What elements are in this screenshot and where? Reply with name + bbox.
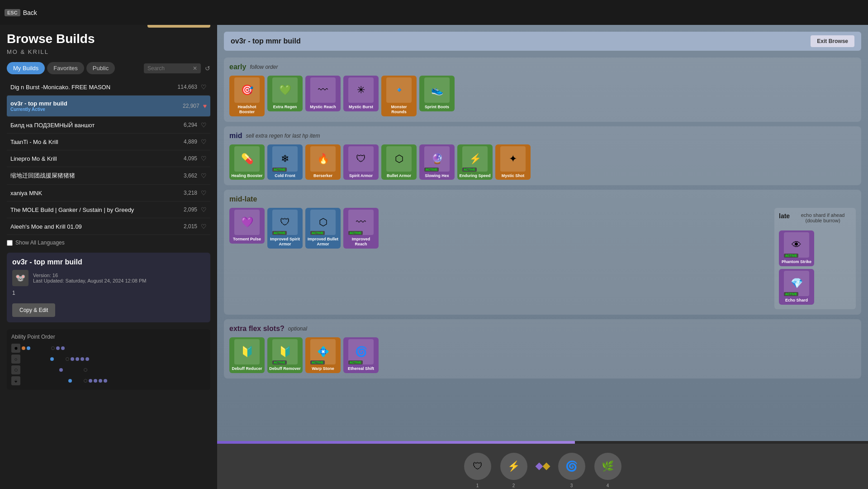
list-item[interactable]: 缩地迁回团战援屎猪猪猪 3,662 ♡: [7, 167, 210, 185]
build-filter-tabs: My Builds Favorites Public ✕ ↺: [7, 62, 210, 74]
ability-row-1: ⬟: [11, 344, 206, 353]
item-slowing-hex[interactable]: 🔮 ACTIVE Slowing Hex: [419, 144, 455, 180]
list-item[interactable]: xaniya MNK 3,218 ♡: [7, 185, 210, 201]
create-new-build-button[interactable]: Create New Build: [147, 25, 210, 28]
item-debuff-remover[interactable]: 🔰 ACTIVE Debuff Remover: [267, 337, 303, 373]
build-name: Aleeh's Moe and Krill 01.09: [10, 223, 184, 230]
item-debuff-reducer[interactable]: 🔰 Debuff Reducer: [229, 337, 265, 373]
build-count: 3,218: [184, 190, 197, 196]
item-berserker[interactable]: 🔥 Berserker: [305, 144, 341, 180]
item-echo-shard[interactable]: 💎 ACTIVE Echo Shard: [779, 269, 814, 305]
heart-icon[interactable]: ♡: [201, 155, 207, 162]
ability-order-title: Ability Point Order: [11, 334, 206, 340]
mid-phase-label: mid: [229, 132, 242, 140]
dot: [85, 357, 89, 361]
tab-favorites[interactable]: Favorites: [47, 62, 84, 74]
ability-row-4: ⬙: [11, 376, 206, 385]
search-clear-icon[interactable]: ✕: [193, 65, 197, 72]
item-headshot-booster[interactable]: 🎯 Headshot Booster: [229, 76, 265, 116]
ability-order-rows: ⬟ ◇ ⬡: [11, 344, 206, 385]
item-sprint-boots[interactable]: 👟 Sprint Boots: [419, 76, 455, 111]
item-ethereal-shift[interactable]: 🌀 ACTIVE Ethereal Shift: [343, 337, 379, 373]
item-bullet-armor[interactable]: ⬡ Bullet Armor: [381, 144, 417, 180]
ability-slot-4[interactable]: 🌿 4: [594, 453, 621, 480]
build-count: 22,907: [183, 103, 199, 109]
heart-icon[interactable]: ♡: [201, 189, 207, 197]
build-detail-card: ov3r - top mmr build 🐭 Version: 16 Last …: [7, 253, 210, 322]
list-item[interactable]: Билд на ПОДЗЕМНЫЙ ваншот 6,294 ♡: [7, 117, 210, 134]
item-improved-reach[interactable]: 〰 ACTIVE Improved Reach: [343, 208, 379, 249]
item-torment-pulse[interactable]: 💜 Torment Pulse: [229, 208, 265, 244]
left-panel: Create New Build Browse Builds MO & KRIL…: [0, 25, 217, 489]
build-detail-meta: 🐭 Version: 16 Last Updated: Saturday, Au…: [12, 270, 205, 286]
item-healing-booster[interactable]: 💊 Healing Booster: [229, 144, 265, 180]
back-button[interactable]: Back: [23, 9, 37, 16]
item-improved-bullet-armor[interactable]: ⬡ ACTIVE Improved Bullet Armor: [305, 208, 341, 249]
dot: [94, 379, 97, 383]
extra-flex-phase-label: extra flex slots?: [229, 325, 285, 333]
item-name: Torment Pulse: [233, 237, 261, 242]
item-icon: 🔮 ACTIVE: [424, 146, 450, 172]
ability-slot-2[interactable]: ⚡ 2: [500, 453, 527, 480]
item-name: Phantom Strike: [782, 259, 811, 264]
show-all-languages-checkbox[interactable]: [7, 240, 13, 246]
dot: [76, 357, 79, 361]
heart-icon[interactable]: ♡: [201, 138, 207, 145]
exit-browse-button[interactable]: Exit Browse: [811, 35, 854, 47]
heart-icon[interactable]: ♥: [203, 102, 207, 110]
build-name: Dig n Burst -Monicako. FREE MASON: [10, 84, 178, 91]
refresh-icon[interactable]: ↺: [205, 65, 210, 72]
item-icon: ⬡: [386, 146, 412, 172]
mid-section-header: mid sell extra regen for last hp item: [229, 132, 856, 140]
build-search-input[interactable]: [147, 65, 193, 72]
mid-late-items-row: 💜 Torment Pulse 🛡 ACTIVE Improved Spirit…: [229, 208, 770, 249]
item-name: Ethereal Shift: [348, 366, 374, 371]
item-enduring-speed[interactable]: ⚡ ACTIVE Enduring Speed: [457, 144, 493, 180]
list-item[interactable]: Linepro Mo & Krill 4,095 ♡: [7, 150, 210, 167]
tab-my-builds[interactable]: My Builds: [7, 62, 45, 74]
dot: [68, 379, 72, 383]
item-phantom-strike[interactable]: 👁 ACTIVE Phantom Strike: [779, 230, 814, 266]
item-mystic-shot[interactable]: ✦ Mystic Shot: [495, 144, 531, 180]
item-improved-spirit-armor[interactable]: 🛡 ACTIVE Improved Spirit Armor: [267, 208, 303, 249]
extra-flex-section-header: extra flex slots? optional: [229, 325, 856, 333]
item-icon: 〰: [310, 77, 336, 103]
ability-slot-1[interactable]: 🛡 1: [464, 453, 491, 480]
item-monster-rounds[interactable]: 🔹 Monster Rounds: [381, 76, 417, 116]
item-icon: 〰 ACTIVE: [348, 210, 374, 235]
heart-icon[interactable]: ♡: [201, 223, 207, 230]
item-icon: 🔹: [386, 77, 412, 103]
ability-2-icon: ⚡: [508, 460, 520, 472]
dot: [66, 357, 69, 361]
list-item[interactable]: Dig n Burst -Monicako. FREE MASON 114,66…: [7, 79, 210, 96]
list-item[interactable]: The MOLE Build | Ganker / Sustain | by G…: [7, 201, 210, 218]
item-icon: 🔰 ACTIVE: [272, 339, 298, 364]
ability-slot-3[interactable]: 🌀 3: [558, 453, 585, 480]
esc-badge[interactable]: ESC: [5, 9, 20, 16]
build-list: Dig n Burst -Monicako. FREE MASON 114,66…: [7, 79, 210, 235]
item-mystic-reach[interactable]: 〰 Mystic Reach: [305, 76, 341, 111]
list-item[interactable]: TaanTi - Mo & Krill 4,889 ♡: [7, 134, 210, 150]
extra-flex-note: optional: [288, 326, 307, 332]
item-name: Improved Reach: [345, 237, 377, 247]
item-spirit-armor[interactable]: 🛡 Spirit Armor: [343, 144, 379, 180]
heart-icon[interactable]: ♡: [201, 121, 207, 129]
build-count: 4,889: [184, 139, 197, 145]
item-name: Warp Stone: [312, 366, 334, 371]
heart-icon[interactable]: ♡: [201, 83, 207, 91]
ability-row-2: ◇: [11, 355, 206, 364]
item-cold-front[interactable]: ❄ ACTIVE Cold Front: [267, 144, 303, 180]
dot: [56, 346, 60, 350]
item-icon: 🎯: [234, 77, 260, 103]
build-name: Linepro Mo & Krill: [10, 155, 184, 162]
heart-icon[interactable]: ♡: [201, 206, 207, 213]
list-item[interactable]: Aleeh's Moe and Krill 01.09 2,015 ♡: [7, 218, 210, 235]
early-items-row: 🎯 Headshot Booster 💚 Extra Regen 〰 Mysti…: [229, 76, 856, 116]
item-extra-regen[interactable]: 💚 Extra Regen: [267, 76, 303, 111]
tab-public[interactable]: Public: [86, 62, 115, 74]
heart-icon[interactable]: ♡: [201, 172, 207, 179]
list-item[interactable]: ov3r - top mmr build Currently Active 22…: [7, 96, 210, 117]
item-mystic-burst[interactable]: ✳ Mystic Burst: [343, 76, 379, 111]
item-warp-stone[interactable]: 💠 ACTIVE Warp Stone: [305, 337, 341, 373]
copy-and-edit-button[interactable]: Copy & Edit: [12, 303, 55, 317]
